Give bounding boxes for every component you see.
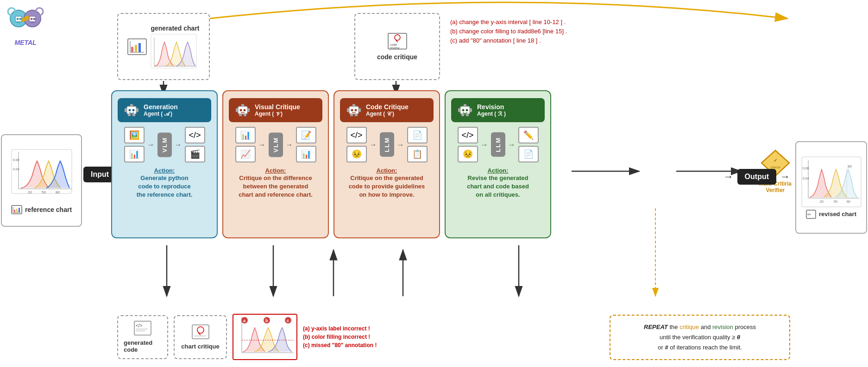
revised-chart-icon: ✏ bbox=[806, 210, 816, 219]
svg-rect-80 bbox=[470, 108, 472, 112]
generation-robot-icon bbox=[123, 102, 140, 118]
critique-word: critique bbox=[679, 323, 699, 330]
svg-rect-66 bbox=[244, 114, 246, 116]
revision-action-section: Action: Revise the generated chart and c… bbox=[451, 167, 545, 199]
critique-label-b: (b) color filling incorrect ! bbox=[303, 334, 377, 340]
code-critique-top-box: code review code critique bbox=[354, 13, 440, 80]
svg-text:code: code bbox=[390, 43, 397, 46]
code-critique-action-text: Critique on the generated code to provid… bbox=[340, 174, 434, 199]
repeat-text-middle: the bbox=[669, 323, 679, 330]
metal-icon bbox=[7, 5, 44, 37]
visual-critique-agent-title-bar: Visual Critique Agent ( 𝒱 ) bbox=[229, 98, 322, 122]
generation-agent-title: Generation bbox=[144, 103, 178, 111]
code-critique-icon-top: code review bbox=[388, 33, 407, 50]
svg-text:review: review bbox=[390, 46, 400, 50]
svg-text:</>: </> bbox=[136, 323, 143, 328]
metal-label: METAL bbox=[5, 39, 46, 46]
svg-rect-73 bbox=[350, 114, 353, 116]
code-critique-agent-panel: Code Critique Agent ( 𝒞 ) </> 😣 → LLM → … bbox=[333, 90, 440, 238]
gen-image-icon: 🖼️ bbox=[124, 127, 145, 143]
svg-point-77 bbox=[466, 109, 468, 112]
main-container: METAL 20 50 80 0.04 0.08 bbox=[0, 0, 868, 367]
critique-label-a: (a) y-axis label incorrect ! bbox=[303, 325, 377, 332]
svg-point-60 bbox=[240, 109, 242, 112]
chart-critique-label: chart critique bbox=[181, 343, 219, 350]
generated-code-label: generated code bbox=[124, 339, 162, 353]
svg-text:0.08: 0.08 bbox=[13, 158, 19, 162]
critique-line-b: (b) change color filling to #add8e6 [lin… bbox=[450, 28, 620, 35]
critique-label-c: (c) missed "80" annotation ! bbox=[303, 342, 377, 348]
svg-rect-79 bbox=[458, 108, 460, 112]
generated-chart-label: generated chart bbox=[151, 25, 199, 32]
output-arrow: → bbox=[723, 171, 734, 183]
revision-model-row: </> 😣 → LLM → ✏️ 📄 bbox=[451, 127, 545, 162]
visual-critique-action-label: Action: bbox=[229, 167, 322, 174]
code-critique-model-row: </> 😣 → LLM → 📄 📋 bbox=[340, 127, 434, 162]
cc-arrow1: → bbox=[370, 141, 377, 149]
svg-point-52 bbox=[129, 109, 131, 112]
vc-arrow2: → bbox=[286, 141, 293, 149]
revision-word: revision bbox=[712, 323, 733, 330]
visual-critique-agent-title: Visual Critique bbox=[255, 103, 300, 111]
visual-critique-action-section: Action: Critique on the difference betwe… bbox=[229, 167, 322, 199]
svg-rect-62 bbox=[241, 104, 244, 107]
svg-rect-109 bbox=[802, 157, 861, 207]
revision-robot-icon bbox=[457, 102, 473, 118]
svg-rect-45 bbox=[131, 47, 133, 52]
svg-text:0.04: 0.04 bbox=[803, 177, 809, 180]
revision-agent-subtitle: Agent ( ℛ ) bbox=[477, 111, 506, 117]
cc-code-icon: </> bbox=[346, 127, 367, 143]
svg-rect-75 bbox=[460, 106, 470, 114]
cc-llm-box: LLM bbox=[380, 132, 394, 157]
vc-chart2-icon: 📊 bbox=[296, 146, 316, 162]
svg-rect-64 bbox=[247, 108, 250, 112]
output-label: Output bbox=[737, 169, 776, 185]
svg-rect-81 bbox=[461, 114, 464, 116]
svg-rect-70 bbox=[352, 104, 355, 107]
annotated-chart-svg: a b c bbox=[233, 315, 296, 359]
rev-arrow2: → bbox=[508, 141, 516, 149]
svg-text:50: 50 bbox=[42, 190, 46, 194]
svg-rect-63 bbox=[236, 108, 238, 112]
generated-chart-top-box: generated chart bbox=[117, 13, 210, 80]
svg-point-69 bbox=[355, 109, 357, 112]
reference-chart-box: 20 50 80 0.04 0.08 reference chart bbox=[1, 134, 82, 227]
gen-vlm-box: VLM bbox=[157, 132, 172, 157]
svg-point-25 bbox=[33, 18, 36, 20]
svg-point-53 bbox=[132, 109, 135, 112]
code-critique-agent-title: Code Critique bbox=[366, 103, 409, 111]
rev-llm-box: LLM bbox=[491, 132, 505, 157]
vc-critique-icon: 📝 bbox=[296, 127, 316, 143]
revised-chart-box: 80 0.04 0.08 20 50 80 ✏ revised chart bbox=[795, 141, 867, 234]
chart-icon-ref bbox=[11, 205, 22, 214]
agents-row: Generation Agent ( 𝒜 ) 🖼️ 📊 → VLM → </> … bbox=[111, 90, 551, 238]
revision-action-text: Revise the generated chart and code base… bbox=[451, 174, 545, 199]
svg-rect-57 bbox=[128, 114, 131, 116]
critique-line-a: (a) change the y-axis interval [ line 10… bbox=[450, 19, 620, 25]
revision-agent-title-bar: Revision Agent ( ℛ ) bbox=[451, 98, 545, 122]
svg-text:0.08: 0.08 bbox=[803, 167, 809, 170]
cc-check-icon: 📋 bbox=[407, 146, 428, 162]
svg-text:80: 80 bbox=[847, 200, 850, 203]
code-critique-action-section: Action: Critique on the generated code t… bbox=[340, 167, 434, 199]
svg-text:✏: ✏ bbox=[807, 212, 811, 217]
svg-rect-54 bbox=[130, 104, 133, 107]
svg-point-61 bbox=[244, 109, 246, 112]
critique-line-c: (c) add "80" annotation [ line 18 ] . bbox=[450, 37, 620, 44]
svg-point-76 bbox=[462, 109, 465, 112]
generation-agent-title-bar: Generation Agent ( 𝒜 ) bbox=[118, 98, 211, 122]
svg-rect-41 bbox=[19, 208, 20, 212]
repeat-text: REPEAT the critique and revision process… bbox=[617, 322, 783, 353]
visual-critique-robot-icon bbox=[234, 102, 251, 118]
vc-vlm-box: VLM bbox=[269, 132, 283, 157]
generated-chart-icon-top bbox=[127, 38, 147, 55]
svg-rect-51 bbox=[127, 106, 136, 114]
revision-agent-title: Revision bbox=[477, 103, 506, 111]
gen-video-icon: 🎬 bbox=[185, 146, 205, 162]
code-critique-text-box: (a) change the y-axis interval [ line 10… bbox=[445, 13, 625, 50]
svg-text:80: 80 bbox=[848, 164, 852, 168]
svg-rect-71 bbox=[347, 108, 349, 112]
code-critique-top-label: code critique bbox=[377, 53, 417, 61]
gen-arrow2: → bbox=[175, 141, 182, 149]
svg-rect-65 bbox=[239, 114, 242, 116]
